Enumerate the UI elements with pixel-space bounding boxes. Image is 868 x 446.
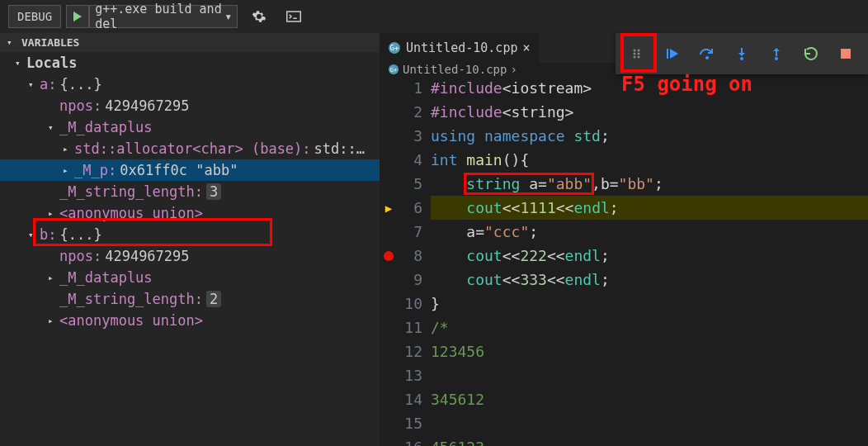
chevron-down-icon: ▾ (48, 122, 59, 133)
start-debug-button[interactable] (66, 5, 89, 28)
continue-button[interactable] (657, 39, 688, 69)
variable-name: _M_dataplus (59, 269, 153, 286)
svg-point-16 (740, 57, 743, 60)
variable-b-mdataplus[interactable]: ▸ _M_dataplus (0, 267, 380, 288)
chevron-right-icon: › (510, 63, 517, 76)
code-line[interactable]: 456123 (431, 435, 868, 446)
variable-b-mslen[interactable]: _M_string_length: 2 (0, 288, 380, 310)
chevron-right-icon: ▸ (48, 208, 59, 219)
variable-name: b: (40, 226, 56, 243)
code-line[interactable]: } (431, 292, 868, 316)
debug-sidebar: ▾ VARIABLES ▾ Locals ▾ a: {...} npos: 42… (0, 33, 380, 446)
code-line[interactable]: 123456 (431, 339, 868, 363)
variable-b[interactable]: ▾ b: {...} (0, 224, 380, 245)
chevron-right-icon: ▸ (63, 144, 74, 154)
code-line[interactable]: cout<<1111<<endl; (431, 196, 868, 220)
variable-name: _M_string_length: (59, 183, 203, 200)
locals-scope[interactable]: ▾ Locals (0, 52, 380, 74)
code-line[interactable]: #include<string> (431, 100, 868, 124)
variable-b-anon[interactable]: ▸ <anonymous union> (0, 310, 380, 331)
svg-marker-13 (670, 49, 678, 59)
variable-a-npos[interactable]: npos: 4294967295 (0, 95, 380, 116)
code-line[interactable]: 345612 (431, 387, 868, 411)
caret-down-icon: ▾ (224, 9, 232, 24)
breakpoint-gutter[interactable]: ▶ (380, 76, 398, 446)
svg-point-8 (634, 56, 636, 59)
breakpoint-icon[interactable] (384, 251, 394, 261)
code-line[interactable]: a="ccc"; (431, 220, 868, 244)
close-icon[interactable]: × (522, 40, 530, 55)
chevron-down-icon: ▾ (28, 79, 40, 90)
cpp-file-icon: G+ (388, 41, 401, 55)
step-over-button[interactable] (691, 39, 723, 69)
variable-value: {...} (59, 76, 101, 93)
current-line-icon: ▶ (385, 202, 392, 215)
svg-rect-12 (667, 49, 668, 59)
svg-marker-17 (773, 48, 780, 51)
code-line[interactable]: cout<<222<<endl; (431, 244, 868, 268)
drag-handle[interactable] (622, 39, 653, 69)
code-line[interactable]: cout<<333<<endl; (431, 268, 868, 292)
variable-a-allocator[interactable]: ▸ std::allocator<char> (base): std::… (0, 138, 380, 159)
variable-name: _M_dataplus (59, 119, 153, 135)
main-area: ▾ VARIABLES ▾ Locals ▾ a: {...} npos: 42… (0, 33, 868, 446)
variable-name: <anonymous union> (59, 205, 203, 221)
locals-label: Locals (26, 55, 77, 71)
chevron-right-icon: ▸ (63, 165, 74, 176)
gear-icon (252, 9, 267, 24)
code-line[interactable] (431, 411, 868, 435)
restart-button[interactable] (795, 39, 827, 69)
variable-value: std::… (314, 140, 365, 157)
variable-a[interactable]: ▾ a: {...} (0, 74, 380, 95)
restart-icon (804, 46, 818, 61)
variable-value: 0x61ff0c "abb" (120, 162, 238, 178)
svg-point-7 (634, 53, 636, 55)
step-into-button[interactable] (726, 39, 757, 69)
terminal-icon (286, 11, 301, 22)
svg-point-18 (775, 57, 778, 60)
debug-console-button[interactable] (281, 5, 307, 28)
tab-untitled-10[interactable]: G+ Untitled-10.cpp × (380, 33, 539, 63)
svg-text:G+: G+ (390, 44, 399, 52)
code-line[interactable] (431, 363, 868, 387)
variable-a-mdataplus[interactable]: ▾ _M_dataplus (0, 116, 380, 138)
code-line[interactable]: int main(){ (431, 148, 868, 172)
code-editor[interactable]: ▶ 12345678910111213141516 #include<iostr… (380, 76, 868, 446)
code-line[interactable]: using namespace std; (431, 124, 868, 148)
svg-point-11 (638, 56, 640, 59)
variable-a-mp[interactable]: ▸ _M_p: 0x61ff0c "abb" (0, 159, 380, 181)
variables-label: VARIABLES (21, 36, 79, 49)
continue-icon (665, 46, 680, 61)
variable-name: a: (40, 76, 56, 93)
svg-point-6 (634, 50, 636, 52)
cpp-file-icon: G+ (388, 64, 399, 75)
step-into-icon (735, 46, 748, 61)
breadcrumb-file: Untitled-10.cpp (403, 63, 507, 76)
variable-value: 4294967295 (105, 97, 189, 114)
step-out-button[interactable] (761, 39, 792, 69)
svg-text:G+: G+ (390, 67, 397, 74)
variable-a-mslen[interactable]: _M_string_length: 3 (0, 181, 380, 202)
variable-name: npos: (59, 97, 101, 114)
svg-point-9 (638, 50, 640, 52)
variable-a-anon[interactable]: ▸ <anonymous union> (0, 202, 380, 224)
debug-config-select[interactable]: g++.exe build and del ▾ (89, 5, 238, 28)
code-line[interactable]: /* (431, 316, 868, 339)
chevron-down-icon: ▾ (15, 58, 26, 69)
variable-value: 3 (206, 183, 221, 200)
play-icon (72, 11, 83, 22)
variable-name: _M_p: (74, 162, 116, 178)
svg-point-14 (705, 56, 709, 59)
grip-icon (632, 48, 644, 59)
variable-value: 4294967295 (105, 248, 189, 264)
code-line[interactable]: string a="abb",b="bb"; (431, 172, 868, 196)
svg-rect-19 (841, 49, 851, 59)
variables-section-header[interactable]: ▾ VARIABLES (0, 33, 380, 52)
code-line[interactable]: #include<iostream> (431, 76, 868, 100)
variable-value: 2 (206, 291, 221, 307)
code-content[interactable]: #include<iostream>#include<string>using … (431, 76, 868, 446)
svg-marker-15 (738, 53, 745, 56)
variable-b-npos[interactable]: npos: 4294967295 (0, 245, 380, 267)
stop-button[interactable] (830, 39, 861, 69)
settings-button[interactable] (246, 5, 272, 28)
